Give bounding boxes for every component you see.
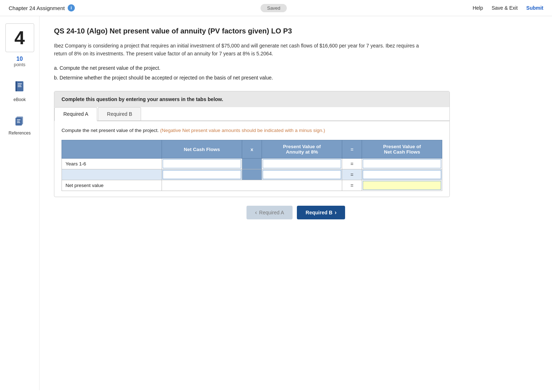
cell-pva-blank[interactable]: [262, 169, 342, 180]
sidebar-navigation: eBook References: [0, 78, 39, 138]
next-button[interactable]: Required B ›: [297, 206, 345, 219]
question-number: 4: [14, 27, 25, 49]
ebook-icon: [14, 81, 25, 96]
cell-eq-npv: =: [342, 180, 362, 191]
question-body: Ibez Company is considering a project th…: [54, 42, 432, 58]
cell-ncf-npv: [162, 180, 342, 191]
th-pv-net-cash-flows: Present Value ofNet Cash Flows: [362, 140, 442, 159]
svg-rect-2: [18, 83, 22, 84]
th-eq: =: [342, 140, 362, 159]
tab-required-b[interactable]: Required B: [98, 107, 141, 120]
row-label-npv: Net present value: [62, 180, 162, 191]
th-net-cash-flows: Net Cash Flows: [162, 140, 242, 159]
cell-eq-years: =: [342, 159, 362, 169]
references-label: References: [9, 131, 31, 136]
table-row: Years 1-6 =: [62, 159, 442, 169]
next-chevron-icon: ›: [335, 209, 336, 216]
part-b: b. Determine whether the project should …: [54, 73, 538, 82]
question-number-box: 4: [5, 23, 34, 52]
answer-header: Complete this question by entering your …: [54, 91, 449, 107]
cell-x-blank: [242, 169, 262, 180]
points-label: points: [14, 62, 25, 67]
svg-rect-9: [17, 122, 20, 123]
submit-button[interactable]: Submit: [526, 5, 543, 11]
svg-rect-8: [17, 121, 20, 122]
points-value: 10: [14, 56, 25, 62]
prev-button-label: Required A: [259, 210, 284, 215]
sidebar-item-references[interactable]: References: [0, 112, 39, 138]
tab-content-required-a: Compute the net present value of the pro…: [54, 121, 449, 197]
svg-rect-1: [15, 81, 17, 91]
answer-instruction: Complete this question by entering your …: [62, 96, 223, 102]
main-container: 4 10 points eBook: [0, 16, 552, 390]
ebook-label: eBook: [13, 97, 26, 102]
cell-result-years[interactable]: [362, 159, 442, 169]
answer-container: Complete this question by entering your …: [54, 91, 450, 197]
page-header: Chapter 24 Assignment i Saved Help Save …: [0, 0, 552, 16]
input-result-years[interactable]: [363, 159, 441, 168]
part-a: a. Compute the net present value of the …: [54, 64, 538, 73]
nav-buttons: ‹ Required A Required B ›: [54, 206, 538, 219]
cell-pva-years[interactable]: [262, 159, 342, 169]
cell-eq-blank: =: [342, 169, 362, 180]
question-parts: a. Compute the net present value of the …: [54, 64, 538, 82]
save-exit-button[interactable]: Save & Exit: [492, 5, 517, 11]
svg-rect-3: [18, 85, 21, 86]
input-ncf-years[interactable]: [163, 159, 241, 168]
cell-result-npv[interactable]: [362, 180, 442, 191]
row-label-blank: [62, 169, 162, 180]
next-button-label: Required B: [306, 210, 332, 215]
tab-required-a[interactable]: Required A: [54, 107, 97, 121]
cell-result-blank[interactable]: [362, 169, 442, 180]
row-label-years: Years 1-6: [62, 159, 162, 169]
warning-text: (Negative Net present value amounts shou…: [160, 128, 325, 133]
header-center: Saved: [261, 5, 287, 11]
question-title: QS 24-10 (Algo) Net present value of ann…: [54, 27, 538, 35]
input-result-npv[interactable]: [363, 181, 441, 190]
th-empty: [62, 140, 162, 159]
points-section: 10 points: [14, 56, 25, 67]
svg-rect-4: [18, 86, 22, 87]
tab-instruction-text: Compute the net present value of the pro…: [62, 128, 159, 133]
tabs-row: Required A Required B: [54, 107, 449, 121]
cell-ncf-blank[interactable]: [162, 169, 242, 180]
info-icon[interactable]: i: [68, 4, 75, 12]
cell-ncf-years[interactable]: [162, 159, 242, 169]
th-x: x: [242, 140, 262, 159]
cell-x-years: [242, 159, 262, 169]
header-title-section: Chapter 24 Assignment i: [9, 4, 75, 12]
prev-button[interactable]: ‹ Required A: [246, 206, 293, 219]
input-ncf-blank[interactable]: [163, 170, 241, 179]
table-row: Net present value =: [62, 180, 442, 191]
references-icon: [15, 115, 25, 129]
help-button[interactable]: Help: [472, 5, 483, 11]
sidebar-item-ebook[interactable]: eBook: [0, 78, 39, 105]
svg-rect-7: [17, 119, 21, 120]
content-area: QS 24-10 (Algo) Net present value of ann…: [40, 16, 552, 390]
page-title: Chapter 24 Assignment: [9, 5, 65, 11]
prev-chevron-icon: ‹: [255, 209, 257, 216]
npv-table: Net Cash Flows x Present Value ofAnnuity…: [62, 140, 442, 191]
input-result-blank[interactable]: [363, 170, 441, 179]
table-row: =: [62, 169, 442, 180]
saved-badge: Saved: [261, 4, 287, 12]
input-pva-blank[interactable]: [263, 170, 341, 179]
tab-instruction-row: Compute the net present value of the pro…: [62, 127, 442, 134]
input-pva-years[interactable]: [263, 159, 341, 168]
th-pv-annuity: Present Value ofAnnuity at 8%: [262, 140, 342, 159]
header-actions: Help Save & Exit Submit: [472, 5, 543, 11]
sidebar: 4 10 points eBook: [0, 16, 40, 390]
